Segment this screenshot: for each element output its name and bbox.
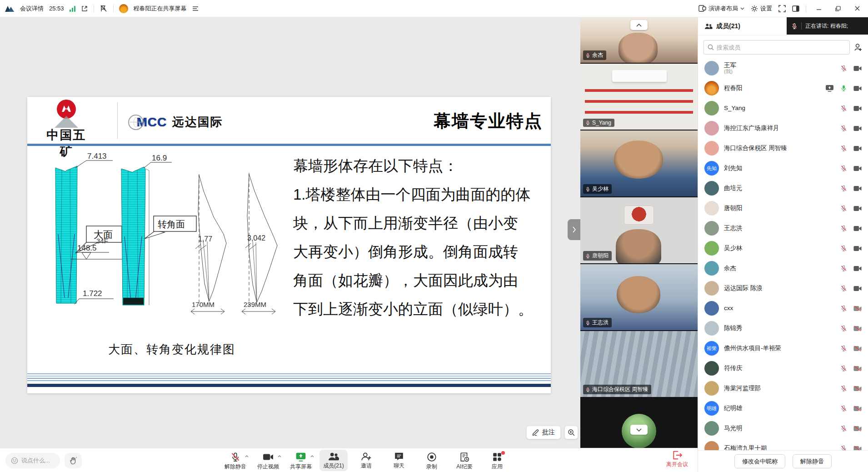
rename-button[interactable]: 修改会中昵称: [734, 454, 785, 468]
leave-meeting-button[interactable]: 离开会议: [661, 451, 693, 468]
divider: [806, 5, 806, 12]
member-row[interactable]: 海口综合保税区 周智臻: [698, 138, 868, 158]
camera-off-icon: [853, 386, 862, 392]
camera-off-icon: [853, 306, 862, 311]
svg-text:7.413: 7.413: [87, 152, 107, 161]
member-row[interactable]: 先知 刘先知: [698, 158, 868, 178]
member-row[interactable]: 明雄 纪明雄: [698, 398, 868, 418]
member-avatar: 先知: [704, 161, 719, 176]
member-row[interactable]: 王志洪: [698, 218, 868, 238]
camera-on-icon: [853, 85, 862, 91]
member-avatar: [704, 81, 719, 95]
org-name-right: 远达国际: [172, 114, 223, 130]
member-row[interactable]: 王军 (我): [698, 58, 868, 78]
open-in-new-icon[interactable]: [81, 5, 88, 12]
member-name: 远达国际 陈浪: [724, 285, 835, 292]
svg-text:3,042: 3,042: [247, 234, 265, 242]
close-button[interactable]: [851, 3, 863, 14]
raise-hand-button[interactable]: [65, 453, 82, 468]
member-row[interactable]: 海棠河监理部: [698, 378, 868, 398]
body-line: 1.塔楼整体由一个四面为曲面的的体: [293, 180, 548, 209]
chevron-up-icon[interactable]: [310, 455, 314, 457]
minimize-button[interactable]: [813, 3, 825, 14]
mic-muted-icon: [585, 253, 590, 259]
maximize-button[interactable]: [832, 3, 844, 14]
camera-on-icon: [853, 126, 862, 131]
toolbar-share-screen[interactable]: 共享屏幕: [287, 450, 315, 472]
member-row[interactable]: S_Yang: [698, 98, 868, 118]
toolbar-record[interactable]: 录制: [418, 450, 446, 472]
member-row[interactable]: 程春阳: [698, 78, 868, 98]
unmute-button[interactable]: 解除静音: [793, 454, 832, 468]
dim-bottom: 1.722: [75, 289, 114, 304]
toolbar-chat[interactable]: 聊天: [385, 450, 413, 471]
member-avatar: [704, 281, 719, 296]
member-row[interactable]: 唐朝阳: [698, 198, 868, 218]
slide-body-text: 幕墙形体存在以下特点： 1.塔楼整体由一个四面为曲面的的体 块，从下而上用渐变半…: [293, 151, 548, 323]
participant-name-tag: 余杰: [583, 50, 606, 60]
participant-name-tag: S_Yang: [583, 119, 614, 127]
toolbar-ai-notes[interactable]: AI纪要: [450, 450, 479, 472]
annotate-button[interactable]: 批注: [526, 426, 561, 439]
globe-icon: [128, 115, 144, 130]
member-row[interactable]: 符传庆: [698, 358, 868, 378]
layout-switcher[interactable]: 演讲者布局: [698, 5, 744, 13]
member-name: 吴少林: [724, 245, 835, 252]
scroll-videos-down-button[interactable]: [630, 425, 648, 435]
member-row[interactable]: 陈锦秀: [698, 318, 868, 338]
ai-notes-icon: [459, 452, 469, 462]
member-search-box[interactable]: [703, 40, 850, 55]
camera-off-icon: [853, 366, 862, 372]
toolbar-stop-video[interactable]: 停止视频: [254, 450, 282, 472]
member-row[interactable]: 余杰: [698, 258, 868, 278]
fullscreen-icon[interactable]: [778, 5, 786, 12]
svg-text:转角面: 转角面: [158, 219, 185, 229]
camera-on-icon: [853, 65, 862, 71]
mic-muted-icon: [840, 125, 847, 132]
mic-muted-icon: [840, 145, 847, 152]
video-tile[interactable]: 吴少林: [580, 131, 698, 196]
member-row[interactable]: 马光明: [698, 418, 868, 438]
petal-section-large: 3,042 239MM: [242, 173, 277, 314]
mic-muted-icon: [840, 405, 847, 412]
divider: [113, 5, 114, 12]
toolbar-unmute[interactable]: 解除静音: [221, 450, 249, 472]
video-tile[interactable]: 海口综合保税区 周智臻: [580, 331, 698, 397]
member-row[interactable]: cxx: [698, 298, 868, 318]
mic-muted-icon: [840, 325, 847, 332]
toolbar-invite[interactable]: 邀请: [352, 450, 380, 471]
quick-chat-input[interactable]: 说点什么...: [5, 453, 60, 468]
scroll-videos-up-button[interactable]: [630, 20, 648, 30]
collapse-video-strip-handle[interactable]: [568, 219, 580, 240]
member-row[interactable]: 吴少林: [698, 238, 868, 258]
toolbar-members[interactable]: 成员(21): [319, 450, 348, 471]
member-row[interactable]: 裕荣 儋州供水项目-羊裕荣: [698, 338, 868, 358]
video-tile[interactable]: 唐朝阳: [580, 197, 698, 263]
invite-icon: [361, 452, 372, 461]
camera-on-icon: [853, 286, 862, 291]
member-row[interactable]: 曲培元: [698, 178, 868, 198]
video-tile[interactable]: 王志洪: [580, 264, 698, 330]
toolbar-apps[interactable]: 应用: [483, 450, 511, 472]
camera-off-icon: [853, 326, 862, 331]
camera-off-icon: [853, 346, 862, 351]
zoom-button[interactable]: [564, 426, 578, 439]
meeting-details-button[interactable]: 会议详情: [20, 5, 44, 13]
member-row[interactable]: 远达国际 陈浪: [698, 278, 868, 298]
member-avatar: [704, 361, 719, 376]
chevron-up-icon[interactable]: [278, 455, 281, 457]
dnd-icon[interactable]: [100, 5, 108, 13]
svg-text:1.722: 1.722: [83, 289, 102, 298]
member-row[interactable]: 海控江东广场康祥月: [698, 118, 868, 138]
side-panel-toggle-icon[interactable]: [792, 5, 799, 12]
chevron-up-icon[interactable]: [245, 455, 249, 457]
camera-on-icon: [853, 146, 862, 151]
add-member-icon[interactable]: [853, 43, 863, 52]
member-search-input[interactable]: [717, 44, 846, 51]
sharing-options-icon[interactable]: [192, 6, 199, 11]
network-signal-icon[interactable]: [70, 5, 75, 12]
camera-on-icon: [853, 226, 862, 231]
video-tile[interactable]: S_Yang: [580, 64, 698, 130]
svg-text:170MM: 170MM: [192, 301, 215, 308]
settings-button[interactable]: 设置: [751, 5, 772, 13]
